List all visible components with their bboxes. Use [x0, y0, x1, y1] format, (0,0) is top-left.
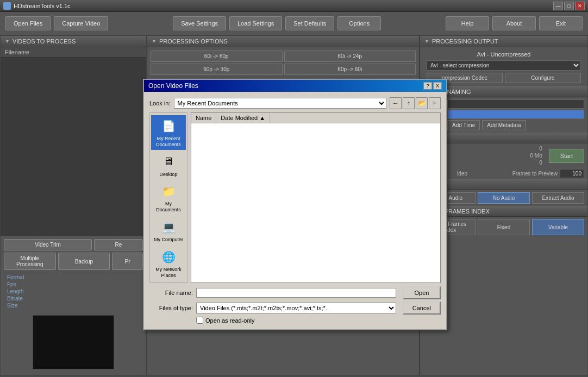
filename-input[interactable]	[196, 288, 396, 298]
filetype-field-row: Files of type: Video Files (*.mts;*.m2t;…	[149, 301, 441, 315]
up-folder-button[interactable]: ↑	[403, 97, 415, 109]
dialog-bottom-fields: File name: Open Files of type: Video Fil…	[149, 286, 441, 324]
length-label: Length	[7, 288, 72, 294]
dialog-body: Look in: My Recent Documents ← ↑ 📂 ⊦ 📄	[144, 92, 446, 329]
desktop-icon: 🖥	[160, 153, 177, 171]
open-files-button[interactable]: Open Files	[5, 16, 51, 30]
dialog-cancel-button[interactable]: Cancel	[403, 301, 441, 315]
load-settings-button[interactable]: Load Settings	[229, 16, 282, 30]
rename-button[interactable]: Re	[94, 239, 143, 250]
readonly-checkbox[interactable]	[196, 317, 203, 324]
arrow-icon-3: ▼	[424, 39, 429, 44]
video-trim-button[interactable]: Video Trim	[4, 239, 92, 250]
extract-audio-button[interactable]: Extract Audio	[532, 192, 584, 204]
recent-docs-icon: 📄	[160, 117, 177, 135]
start-button[interactable]: Start	[549, 149, 584, 163]
conv-60i-24p[interactable]: 60i -> 24p	[284, 51, 416, 62]
maximize-button[interactable]: □	[564, 2, 574, 10]
sidebar-recent-docs[interactable]: 📄 My Recent Documents	[151, 115, 186, 150]
name-column-header[interactable]: Name	[191, 113, 216, 123]
arrow-icon-2: ▼	[152, 39, 157, 44]
sidebar-my-computer[interactable]: 💻 My Computer	[151, 216, 186, 245]
network-icon: 🌐	[160, 248, 177, 266]
set-defaults-button[interactable]: Set Defaults	[285, 16, 334, 30]
multiple-processing-button[interactable]: Multiple Processing	[4, 253, 56, 270]
date-modified-column-header[interactable]: Date Modified ▲	[216, 113, 270, 123]
exit-button[interactable]: Exit	[539, 16, 583, 30]
conv-60p-30p[interactable]: 60p -> 30p	[151, 64, 283, 75]
dialog-close-button[interactable]: X	[433, 82, 442, 90]
configure-button[interactable]: Configure	[505, 73, 581, 83]
my-computer-icon: 💻	[160, 218, 177, 236]
name-col-label: Name	[196, 115, 211, 121]
new-folder-button[interactable]: 📂	[416, 97, 428, 109]
dialog-sidebar: 📄 My Recent Documents 🖥 Desktop 📁 My Doc…	[149, 112, 187, 283]
backup-button[interactable]: Backup	[58, 253, 110, 270]
options-panel-header: ▼ PROCESSING OPTIONS	[147, 36, 419, 47]
fps-value	[74, 281, 140, 287]
save-settings-button[interactable]: Save Settings	[173, 16, 226, 30]
sidebar-my-documents[interactable]: 📁 My Documents	[151, 180, 186, 215]
look-in-select[interactable]: My Recent Documents	[174, 98, 386, 109]
sidebar-network-places[interactable]: 🌐 My Network Places	[151, 246, 186, 281]
filename-column-header: Filename	[1, 47, 146, 58]
file-list-area[interactable]	[1, 58, 146, 236]
format-dropdown[interactable]: Avi - select compression	[427, 60, 581, 71]
add-time-button[interactable]: Add Time	[447, 120, 480, 130]
minimize-button[interactable]: —	[553, 2, 563, 10]
options-button[interactable]: Options	[337, 16, 381, 30]
go-back-button[interactable]: ←	[390, 97, 402, 109]
date-col-label: Date Modified	[221, 115, 258, 121]
output-panel-header: ▼ PROCESSING OUTPUT	[420, 36, 587, 47]
cancel-btn-col: Cancel	[403, 301, 441, 315]
fps-label: Fps	[7, 281, 72, 287]
readonly-label: Open as read-only	[205, 317, 255, 324]
codec-row: ompression Codec Configure	[423, 72, 584, 84]
file-list-header: Name Date Modified ▲	[191, 113, 440, 123]
sidebar-desktop[interactable]: 🖥 Desktop	[151, 151, 186, 180]
dialog-open-button[interactable]: Open	[403, 286, 441, 299]
processing-row: Multiple Processing Backup Pr	[4, 253, 143, 270]
files-of-type-label: Files of type:	[149, 305, 193, 311]
add-metadata-button[interactable]: Add Metadata	[482, 120, 526, 130]
open-video-files-dialog[interactable]: Open Video Files ? X Look in: My Recent …	[143, 79, 447, 330]
num2-display: 0	[535, 160, 547, 166]
mb-display: 0 Mb	[526, 153, 547, 159]
conv-60i-60p[interactable]: 60i -> 60p	[151, 51, 283, 62]
options-panel-title: PROCESSING OPTIONS	[159, 38, 228, 45]
toolbar: Open Files Capture Video Save Settings L…	[0, 12, 588, 35]
length-value	[74, 288, 140, 294]
filename-field-row: File name: Open	[149, 286, 441, 299]
no-audio-button[interactable]: No Audio	[478, 192, 530, 204]
bitrate-value	[74, 296, 140, 301]
conversion-grid: 60i -> 60p 60i -> 24p 60p -> 30p 60p -> …	[147, 47, 419, 78]
variable-button[interactable]: Variable	[532, 219, 584, 235]
network-label: My Network Places	[153, 267, 184, 279]
fixed-button[interactable]: Fixed	[478, 219, 530, 235]
file-list-content	[191, 123, 440, 232]
dialog-help-button[interactable]: ?	[423, 82, 432, 90]
dialog-file-list[interactable]: Name Date Modified ▲	[191, 112, 441, 283]
files-of-type-select[interactable]: Video Files (*.mts;*.m2t;*.m2ts;*.mov;*.…	[196, 303, 396, 313]
my-documents-label: My Documents	[153, 201, 184, 213]
app-icon	[3, 2, 11, 10]
my-documents-icon: 📁	[160, 183, 177, 200]
close-button[interactable]: ✕	[575, 2, 585, 10]
help-button[interactable]: Help	[446, 16, 489, 30]
look-in-buttons: ← ↑ 📂 ⊦	[390, 97, 441, 109]
pr-button[interactable]: Pr	[112, 253, 143, 270]
num1-display: 0	[535, 146, 547, 152]
arrow-icon: ▼	[5, 39, 10, 44]
sort-arrow: ▲	[259, 115, 265, 121]
conv-60p-60i[interactable]: 60p -> 60i	[284, 64, 416, 75]
dialog-action-buttons: Open	[403, 286, 441, 299]
app-title: HDstreamTools v1.1c	[14, 3, 71, 9]
frames-input[interactable]	[560, 169, 584, 178]
title-bar-controls: — □ ✕	[553, 2, 585, 10]
about-button[interactable]: About	[492, 16, 536, 30]
to-input[interactable]	[447, 110, 584, 119]
capture-video-button[interactable]: Capture Video	[54, 16, 108, 30]
view-button[interactable]: ⊦	[429, 97, 441, 109]
folder-input[interactable]	[447, 99, 584, 109]
size-label: Size	[7, 303, 72, 309]
